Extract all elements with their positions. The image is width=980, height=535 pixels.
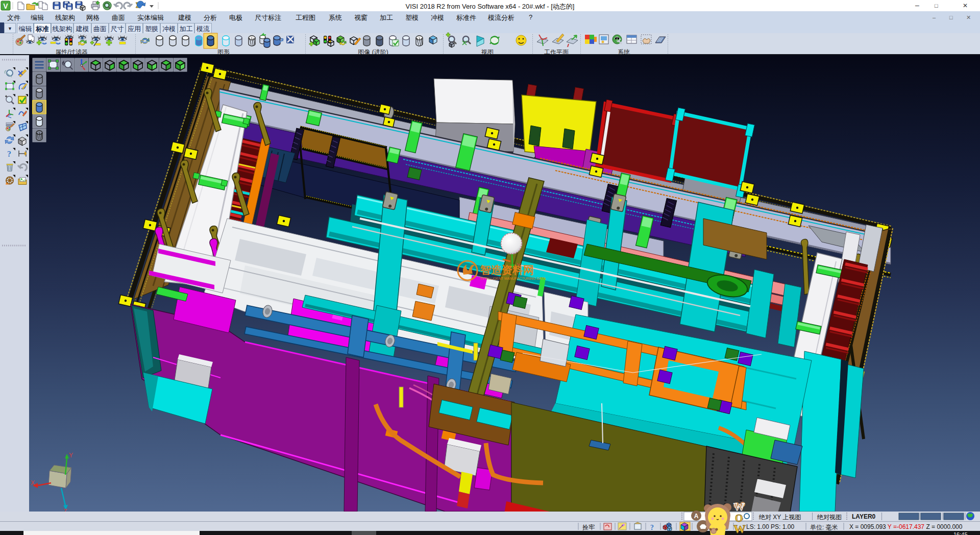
svg-text:W: W xyxy=(733,522,746,535)
svg-text:A: A xyxy=(694,513,699,520)
svg-text:W: W xyxy=(733,500,745,513)
svg-text:?: ? xyxy=(650,524,654,531)
svg-text:16:45: 16:45 xyxy=(953,531,968,535)
